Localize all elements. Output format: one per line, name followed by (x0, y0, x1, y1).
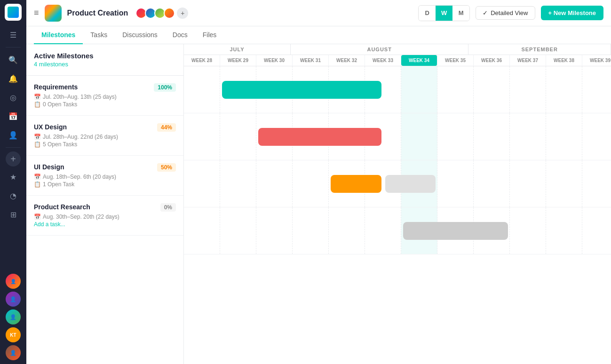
view-week-button[interactable]: W (436, 6, 452, 21)
week-label[interactable]: WEEK 34 (401, 55, 437, 66)
menu-icon[interactable]: ☰ (5, 26, 22, 43)
week-label[interactable]: WEEK 39 (582, 55, 611, 66)
milestone-name: Requirements (34, 83, 78, 91)
avatar-2[interactable]: 👤 (6, 292, 21, 307)
tab-docs[interactable]: Docs (165, 26, 195, 44)
view-day-button[interactable]: D (419, 6, 436, 21)
milestone-date: 📅 Jul. 28th–Aug. 22nd (26 days) (34, 134, 176, 140)
notifications-icon[interactable]: 🔔 (5, 70, 22, 87)
view-month-button[interactable]: M (452, 6, 469, 21)
week-row: WEEK 28WEEK 29WEEK 30WEEK 31WEEK 32WEEK … (184, 55, 611, 66)
app-logo[interactable] (5, 4, 22, 21)
calendar-icon: 📅 (34, 174, 41, 180)
week-label[interactable]: WEEK 29 (220, 55, 256, 66)
milestone-tasks: 📋 5 Open Tasks (34, 141, 176, 148)
people-icon[interactable]: 👤 (5, 127, 22, 143)
milestone-badge: 100% (154, 83, 176, 92)
gantt-cell (437, 113, 474, 160)
gantt-cell (437, 160, 474, 207)
gantt-bar[interactable] (258, 128, 381, 146)
add-button[interactable]: + (6, 151, 21, 166)
gantt-cell (256, 160, 293, 207)
gantt-cell (546, 113, 582, 160)
detailed-view-label: Detailed View (491, 9, 528, 16)
tab-files[interactable]: Files (195, 26, 224, 44)
gantt-cell (293, 207, 329, 254)
calendar-icon: 📅 (34, 214, 41, 220)
avatar-user[interactable]: 👤 (6, 345, 21, 360)
search-icon[interactable]: 🔍 (5, 51, 22, 68)
week-label[interactable]: WEEK 32 (329, 55, 365, 66)
dashboard-icon[interactable]: ◎ (5, 89, 22, 106)
gantt-cell (474, 113, 510, 160)
gantt-cell (510, 160, 546, 207)
gantt-cell (184, 113, 220, 160)
chart-icon[interactable]: ◔ (5, 187, 22, 204)
milestone-date: 📅 Aug. 30th–Sep. 20th (22 days) (34, 214, 176, 220)
tasks-icon: 📋 (34, 181, 41, 188)
tab-discussions[interactable]: Discussions (115, 26, 165, 44)
gantt-cell (184, 160, 220, 207)
gantt-cell (582, 113, 611, 160)
star-icon[interactable]: ★ (5, 168, 22, 185)
gantt-bar[interactable] (222, 81, 381, 99)
calendar-icon: 📅 (34, 94, 41, 100)
tab-tasks[interactable]: Tasks (83, 26, 115, 44)
view-toggle: D W M (418, 5, 470, 21)
add-task-link[interactable]: Add a task... (34, 221, 176, 228)
milestone-item-ux-design: UX Design 44% 📅 Jul. 28th–Aug. 22nd (26 … (26, 116, 183, 156)
gantt-bar[interactable] (331, 175, 381, 193)
gantt-cell (582, 160, 611, 207)
project-avatars: + (135, 8, 188, 19)
gantt-cell (546, 207, 582, 254)
week-label[interactable]: WEEK 36 (474, 55, 510, 66)
milestone-item-ui-design: UI Design 50% 📅 Aug. 18th–Sep. 6th (20 d… (26, 156, 183, 196)
month-label: JULY (184, 44, 291, 55)
gantt-cell (437, 66, 474, 113)
apps-icon[interactable]: ⊞ (5, 206, 22, 223)
hamburger-icon[interactable]: ≡ (34, 8, 39, 18)
milestones-list: Active Milestones 4 milestones Requireme… (26, 44, 184, 364)
week-label[interactable]: WEEK 28 (184, 55, 220, 66)
project-title: Product Creation (67, 9, 128, 17)
avatar-3[interactable]: 👤 (6, 309, 21, 324)
week-label[interactable]: WEEK 37 (510, 55, 546, 66)
gantt-row (184, 113, 611, 160)
gantt-cell (510, 113, 546, 160)
sidebar: ☰ 🔍 🔔 ◎ 📅 👤 + ★ ◔ ⊞ 👤 👤 👤 KT 👤 (0, 0, 26, 364)
gantt-row (184, 207, 611, 254)
week-label[interactable]: WEEK 38 (546, 55, 582, 66)
gantt-chart: JULYAUGUSTSEPTEMBERWEEK 28WEEK 29WEEK 30… (184, 44, 611, 364)
gantt-cell (401, 66, 437, 113)
gantt-cell (510, 66, 546, 113)
detailed-view-button[interactable]: ✓ Detailed View (476, 6, 535, 20)
gantt-bar-remainder (385, 175, 436, 193)
header: ≡ Product Creation + D W M ✓ Detailed Vi… (26, 0, 611, 26)
milestone-count: 4 milestones (34, 61, 176, 68)
gantt-cell (329, 207, 365, 254)
nav-tabs: Milestones Tasks Discussions Docs Files (26, 26, 611, 44)
week-label[interactable]: WEEK 33 (365, 55, 401, 66)
week-label[interactable]: WEEK 35 (437, 55, 474, 66)
avatar-1[interactable]: 👤 (6, 274, 21, 289)
member-avatar-4 (164, 8, 175, 19)
week-label[interactable]: WEEK 31 (293, 55, 329, 66)
gantt-cell (365, 207, 401, 254)
divider (6, 47, 21, 47)
gantt-cell (546, 66, 582, 113)
gantt-bar[interactable] (403, 222, 508, 240)
main-area: ≡ Product Creation + D W M ✓ Detailed Vi… (26, 0, 611, 364)
panel-title: Active Milestones (34, 52, 176, 60)
panel-header: Active Milestones 4 milestones (26, 44, 183, 76)
milestone-date: 📅 Aug. 18th–Sep. 6th (20 days) (34, 174, 176, 180)
gantt-cell (401, 113, 437, 160)
avatar-kt[interactable]: KT (6, 327, 21, 342)
tab-milestones[interactable]: Milestones (34, 26, 83, 44)
gantt-row (184, 160, 611, 207)
gantt-cell (184, 207, 220, 254)
new-milestone-button[interactable]: + New Milestone (541, 6, 604, 20)
add-member-button[interactable]: + (177, 8, 188, 19)
calendar-icon[interactable]: 📅 (5, 108, 22, 125)
week-label[interactable]: WEEK 30 (256, 55, 293, 66)
milestone-item-product-research: Product Research 0% 📅 Aug. 30th–Sep. 20t… (26, 196, 183, 236)
